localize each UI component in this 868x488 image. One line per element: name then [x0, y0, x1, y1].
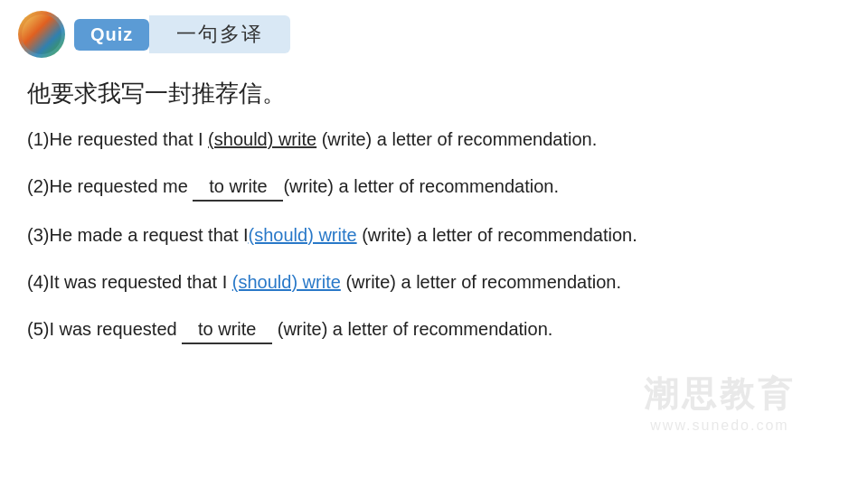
quiz-label: Quiz: [90, 24, 133, 45]
sentence-4: (4)It was requested that I (should) writ…: [27, 268, 841, 296]
sentence-3-prefix: (3)He made a request that I: [27, 225, 249, 245]
watermark: 潮思教育 www.sunedo.com: [644, 371, 796, 434]
title-tab: 一句多译: [149, 15, 290, 53]
sentence-4-prefix: (4)It was requested that I: [27, 272, 232, 292]
watermark-url: www.sunedo.com: [644, 418, 796, 434]
sentence-3-answer: (should) write: [249, 225, 357, 245]
sentence-3: (3)He made a request that I(should) writ…: [27, 221, 841, 249]
sentence-4-suffix: (write) a letter of recommendation.: [341, 272, 621, 292]
sentence-2: (2)He requested me to write(write) a let…: [27, 173, 841, 202]
sentence-2-suffix: (write) a letter of recommendation.: [283, 176, 559, 196]
sentence-5-suffix: (write) a letter of recommendation.: [272, 319, 552, 339]
logo-circle: [18, 11, 65, 58]
quiz-badge: Quiz: [74, 19, 149, 51]
sentence-1-suffix: (write) a letter of recommendation.: [316, 129, 597, 149]
chinese-sentence: 他要求我写一封推荐信。: [27, 78, 841, 109]
sentence-5: (5)I was requested to write (write) a le…: [27, 315, 841, 344]
sentence-5-answer: to write: [182, 315, 272, 344]
sentence-5-prefix: (5)I was requested: [27, 319, 182, 339]
sentence-4-answer: (should) write: [232, 272, 341, 292]
sentence-2-prefix: (2)He requested me: [27, 176, 193, 196]
sentence-2-answer: to write: [193, 173, 283, 202]
sentence-3-suffix: (write) a letter of recommendation.: [357, 225, 637, 245]
header: Quiz 一句多译: [0, 0, 868, 69]
sentence-1: (1)He requested that I (should) write (w…: [27, 126, 841, 153]
sentence-1-prefix: (1)He requested that I: [27, 129, 208, 149]
watermark-cn: 潮思教育: [644, 371, 796, 418]
sentence-1-answer: (should) write: [208, 129, 316, 149]
main-content: 他要求我写一封推荐信。 (1)He requested that I (shou…: [0, 69, 868, 373]
